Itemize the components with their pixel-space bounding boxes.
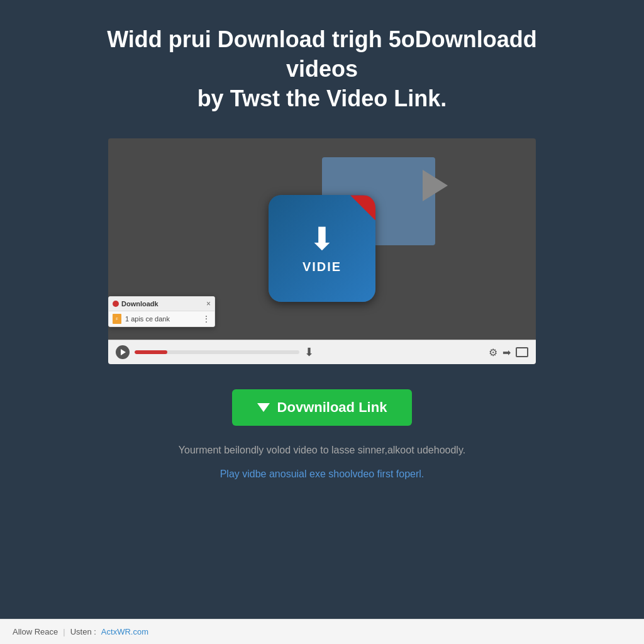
footer: Allow Reace | Usten : ActxWR.com	[0, 619, 644, 644]
download-btn-arrow-icon	[257, 403, 270, 412]
page-headline: Widd prui Download trigh 5oDownloadd vid…	[70, 25, 574, 113]
footer-left-text: Allow Reace	[13, 627, 58, 636]
popup-item-text: 1 apis ce dank	[125, 315, 170, 323]
app-icon: ⬇ VIDIE	[269, 195, 375, 302]
popup-file-icon: F	[113, 314, 121, 324]
ctrl-download-icon[interactable]: ⬇	[304, 345, 314, 359]
headline-line2: by Twst the Video Link.	[197, 86, 447, 111]
popup-header: Downloadk ×	[109, 297, 214, 311]
footer-middle-text: Usten :	[70, 627, 96, 636]
app-icon-label: VIDIE	[303, 260, 341, 274]
popup-item: F 1 apis ce dank ⋮	[109, 311, 214, 326]
popup-title: Downloadk	[121, 300, 158, 308]
footer-link[interactable]: ActxWR.com	[101, 627, 148, 636]
popup-header-left: Downloadk	[113, 300, 158, 308]
progress-fill	[135, 350, 167, 354]
play-button[interactable]	[116, 345, 130, 359]
subtitle-text: Yourment beilondly volod video to lasse …	[179, 445, 465, 456]
settings-icon[interactable]: ⚙	[489, 347, 497, 358]
download-icon: ⬇	[309, 223, 335, 255]
video-controls: Downloadk × F 1 apis ce dank ⋮ ⬇ ⚙ ➡	[108, 340, 536, 364]
play-triangle-icon	[423, 170, 448, 201]
headline-line1: Widd prui Download trigh 5oDownloadd vid…	[107, 26, 537, 82]
fullscreen-icon[interactable]	[516, 347, 528, 357]
footer-separator: |	[63, 627, 65, 636]
download-link-button[interactable]: Dovwniload Link	[232, 389, 413, 426]
popup-red-dot	[113, 301, 119, 307]
download-btn-label: Dovwniload Link	[277, 399, 387, 416]
progress-bar[interactable]	[135, 350, 299, 354]
forward-icon[interactable]: ➡	[502, 347, 511, 358]
popup-more-icon[interactable]: ⋮	[202, 314, 211, 324]
play-link[interactable]: Play vidbe anosuial exe shoolvdeo first …	[220, 469, 425, 480]
video-container: ⬇ VIDIE Downloadk × F 1 apis ce dank ⋮	[108, 138, 536, 364]
popup-close-button[interactable]: ×	[206, 299, 211, 308]
download-popup: Downloadk × F 1 apis ce dank ⋮	[108, 296, 215, 327]
